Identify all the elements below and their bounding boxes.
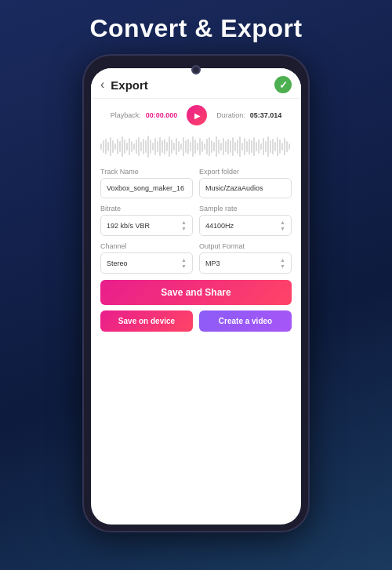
- svg-rect-19: [145, 140, 147, 153]
- spinner-up-icon: ▲: [280, 257, 285, 263]
- svg-rect-28: [166, 142, 168, 151]
- channel-field: Channel Stereo ▲ ▼: [100, 242, 193, 274]
- spinner-up-icon: ▲: [280, 220, 285, 225]
- svg-rect-4: [110, 137, 111, 156]
- sample-rate-input[interactable]: 44100Hz ▲ ▼: [199, 215, 292, 236]
- svg-rect-59: [239, 136, 241, 157]
- output-format-spinner[interactable]: ▲ ▼: [280, 257, 285, 269]
- svg-rect-13: [131, 141, 132, 152]
- spinner-up-icon: ▲: [181, 220, 187, 225]
- bitrate-field: Bitrate 192 kb/s VBR ▲ ▼: [100, 205, 193, 236]
- spinner-down-icon: ▼: [280, 226, 285, 231]
- svg-rect-12: [129, 138, 130, 155]
- svg-rect-58: [237, 140, 238, 154]
- svg-rect-50: [218, 140, 220, 154]
- svg-rect-15: [136, 140, 137, 154]
- save-device-button[interactable]: Save on device: [100, 310, 193, 332]
- track-name-label: Track Name: [100, 168, 193, 176]
- phone-frame: ‹ Export ✓ Playback: 00:00.000 ▶ Duratio…: [82, 54, 310, 532]
- svg-rect-73: [272, 139, 274, 154]
- channel-input[interactable]: Stereo ▲ ▼: [100, 252, 193, 274]
- svg-rect-74: [274, 142, 276, 151]
- export-folder-label: Export folder: [199, 168, 292, 176]
- svg-rect-34: [180, 143, 182, 150]
- svg-rect-0: [100, 143, 102, 150]
- svg-rect-2: [105, 139, 107, 154]
- track-name-input[interactable]: Voxbox_song_maker_16: [100, 178, 193, 198]
- svg-rect-60: [241, 143, 243, 151]
- sample-rate-spinner[interactable]: ▲ ▼: [280, 220, 285, 231]
- svg-rect-17: [140, 142, 142, 151]
- svg-rect-24: [157, 141, 158, 152]
- bitrate-spinner[interactable]: ▲ ▼: [181, 220, 187, 231]
- spinner-down-icon: ▼: [181, 263, 187, 269]
- save-share-button[interactable]: Save and Share: [100, 280, 292, 305]
- svg-rect-43: [201, 141, 203, 152]
- svg-rect-6: [114, 143, 116, 150]
- svg-rect-39: [192, 136, 194, 157]
- svg-rect-51: [220, 143, 222, 151]
- svg-rect-8: [119, 141, 121, 152]
- svg-rect-57: [234, 142, 236, 151]
- svg-rect-31: [173, 143, 175, 151]
- output-format-input[interactable]: MP3 ▲ ▼: [199, 252, 292, 274]
- svg-rect-7: [117, 139, 118, 154]
- svg-rect-37: [187, 139, 189, 154]
- svg-rect-33: [178, 141, 180, 152]
- play-icon: ▶: [194, 111, 201, 120]
- bitrate-value: 192 kb/s VBR: [107, 222, 150, 230]
- svg-rect-61: [244, 138, 245, 155]
- svg-rect-62: [246, 141, 248, 152]
- sample-rate-value: 44100Hz: [205, 222, 234, 230]
- svg-rect-80: [289, 143, 290, 150]
- sample-rate-label: Sample rate: [199, 205, 292, 212]
- play-button[interactable]: ▶: [187, 105, 207, 125]
- channel-label: Channel: [100, 242, 193, 250]
- svg-rect-45: [206, 139, 208, 154]
- export-folder-input[interactable]: Music/ZazaAudios: [199, 178, 292, 198]
- svg-rect-16: [138, 137, 140, 156]
- svg-rect-46: [209, 137, 210, 156]
- bottom-button-row: Save on device Create a video: [100, 310, 292, 332]
- export-folder-field: Export folder Music/ZazaAudios: [199, 168, 292, 198]
- svg-rect-49: [216, 136, 217, 157]
- svg-rect-10: [124, 140, 125, 154]
- row-track-export: Track Name Voxbox_song_maker_16 Export f…: [100, 168, 292, 198]
- page-title: Convert & Export: [89, 14, 302, 43]
- svg-rect-25: [159, 137, 161, 156]
- check-button[interactable]: ✓: [274, 76, 292, 93]
- spinner-up-icon: ▲: [181, 257, 187, 263]
- svg-rect-36: [185, 140, 187, 153]
- svg-rect-29: [169, 136, 170, 157]
- svg-rect-79: [286, 141, 288, 152]
- svg-rect-65: [253, 137, 255, 156]
- svg-rect-67: [258, 140, 260, 154]
- svg-rect-77: [281, 143, 283, 151]
- create-video-button[interactable]: Create a video: [199, 310, 292, 332]
- check-icon: ✓: [279, 79, 288, 91]
- svg-rect-1: [103, 140, 104, 153]
- bitrate-label: Bitrate: [100, 205, 193, 212]
- sample-rate-field: Sample rate 44100Hz ▲ ▼: [199, 205, 292, 236]
- bottom-spacer: [91, 347, 301, 525]
- bitrate-input[interactable]: 192 kb/s VBR ▲ ▼: [100, 215, 193, 236]
- svg-rect-70: [265, 141, 267, 152]
- svg-rect-40: [194, 140, 196, 154]
- back-button[interactable]: ‹: [100, 78, 104, 92]
- svg-rect-9: [122, 136, 123, 157]
- svg-rect-78: [284, 138, 285, 155]
- playback-row: Playback: 00:00.000 ▶ Duration: 05:37.01…: [91, 99, 301, 129]
- svg-rect-23: [154, 138, 156, 155]
- channel-spinner[interactable]: ▲ ▼: [181, 257, 187, 269]
- duration-time: 05:37.014: [250, 111, 282, 119]
- output-format-field: Output Format MP3 ▲ ▼: [199, 242, 292, 274]
- svg-rect-64: [251, 140, 252, 153]
- phone-screen: ‹ Export ✓ Playback: 00:00.000 ▶ Duratio…: [91, 68, 301, 525]
- row-bitrate-sample: Bitrate 192 kb/s VBR ▲ ▼ Sample rate 441…: [100, 205, 292, 236]
- svg-rect-18: [143, 139, 144, 154]
- svg-rect-44: [204, 143, 205, 150]
- svg-rect-72: [270, 140, 271, 153]
- svg-rect-26: [162, 140, 163, 153]
- svg-rect-30: [171, 140, 172, 154]
- duration-label: Duration:: [216, 111, 245, 119]
